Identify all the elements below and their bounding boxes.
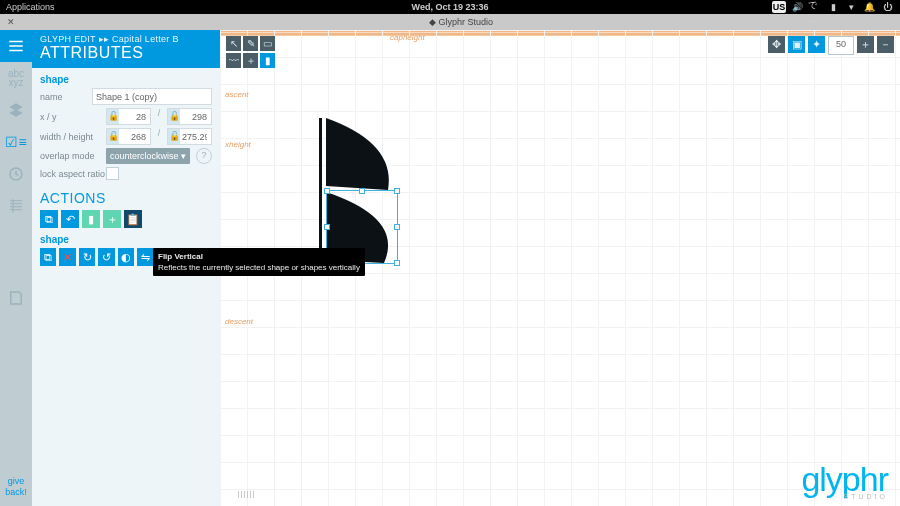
add-path-button[interactable]: ＋ xyxy=(103,210,121,228)
give-back-link[interactable]: give back! xyxy=(0,476,32,498)
layers-icon xyxy=(7,101,25,119)
lock-x-icon[interactable]: 🔓 xyxy=(107,109,119,124)
lock-h-icon[interactable]: 🔓 xyxy=(168,129,180,144)
hamburger-icon xyxy=(7,37,25,55)
tooltip: Flip Vertical Reflects the currently sel… xyxy=(153,248,365,276)
give-back-l2: back! xyxy=(5,487,27,497)
window-title: ◆ Glyphr Studio xyxy=(22,17,900,27)
crumb-section: GLYPH EDIT xyxy=(40,34,96,44)
layers-button[interactable] xyxy=(0,94,32,126)
lock-w-icon[interactable]: 🔓 xyxy=(107,129,119,144)
capheight-label: capheight xyxy=(390,33,425,42)
close-tab-icon[interactable]: ✕ xyxy=(0,17,22,27)
overlap-label: overlap mode xyxy=(40,151,106,161)
width-input[interactable] xyxy=(119,129,150,144)
delete-shape-button[interactable]: ✕ xyxy=(59,248,75,266)
wh-label: width / height xyxy=(40,132,106,142)
canvas-tools-right: ✥ ▣ ✦ 50 ＋ － xyxy=(768,36,894,55)
tooltip-body: Reflects the currently selected shape or… xyxy=(158,262,360,273)
zoom-value[interactable]: 50 xyxy=(828,36,854,55)
zoom-in-button[interactable]: ＋ xyxy=(857,36,874,53)
canvas-tools-left: ↖ ✎ ▭ 〰 ＋ ▮ xyxy=(226,36,275,68)
add-point-tool[interactable]: ＋ xyxy=(243,53,258,68)
glyphr-logo: glyphr STUDIO xyxy=(801,460,888,500)
path-tool[interactable]: 〰 xyxy=(226,53,241,68)
xy-slash: / xyxy=(155,108,163,125)
descent-label: descent xyxy=(225,317,253,326)
menu-button[interactable] xyxy=(0,30,32,62)
actions-heading: ACTIONS xyxy=(40,190,212,206)
zoom-out-button[interactable]: － xyxy=(877,36,894,53)
flip-horizontal-button[interactable]: ◐ xyxy=(118,248,134,266)
shape-tool[interactable]: ▭ xyxy=(260,36,275,51)
glyphs-button[interactable]: abcxyz xyxy=(0,62,32,94)
xheight-label: xheight xyxy=(225,140,251,149)
wh-slash: / xyxy=(155,128,163,145)
guides-icon xyxy=(7,197,25,215)
clock-icon xyxy=(7,165,25,183)
lock-aspect-checkbox[interactable] xyxy=(106,167,119,180)
ascent-label: ascent xyxy=(225,90,249,99)
os-clock: Wed, Oct 19 23:36 xyxy=(0,2,900,12)
section-shape-2: shape xyxy=(40,234,212,245)
xy-label: x / y xyxy=(40,112,106,122)
crumb-glyph[interactable]: Capital Letter B xyxy=(112,34,179,44)
x-input[interactable] xyxy=(119,109,150,124)
overlap-info-icon[interactable]: ? xyxy=(196,148,212,164)
arrow-tool[interactable]: ↖ xyxy=(226,36,241,51)
tooltip-title: Flip Vertical xyxy=(158,251,360,262)
panel-title: ATTRIBUTES xyxy=(40,44,212,62)
checklist-button[interactable]: ☑≡ xyxy=(0,126,32,158)
fit-view-button[interactable]: ▣ xyxy=(788,36,805,53)
lock-y-icon[interactable]: 🔓 xyxy=(168,109,180,124)
crumb-sep: ▸▸ xyxy=(99,34,112,44)
pan-tool[interactable]: ✥ xyxy=(768,36,785,53)
give-back-l1: give xyxy=(8,476,25,486)
lock-aspect-label: lock aspect ratio xyxy=(40,169,106,179)
name-label: name xyxy=(40,92,92,102)
save-button[interactable] xyxy=(0,282,32,314)
add-shape-button[interactable]: ▮ xyxy=(82,210,100,228)
height-input[interactable] xyxy=(180,129,211,144)
undo-button[interactable]: ↶ xyxy=(61,210,79,228)
copy-button[interactable]: ⧉ xyxy=(40,210,58,228)
pen-tool[interactable]: ✎ xyxy=(243,36,258,51)
y-input[interactable] xyxy=(180,109,211,124)
duplicate-shape-button[interactable]: ⧉ xyxy=(40,248,56,266)
rotate-cw-button[interactable]: ↻ xyxy=(79,248,95,266)
save-icon xyxy=(7,289,25,307)
paste-button[interactable]: 📋 xyxy=(124,210,142,228)
history-button[interactable] xyxy=(0,158,32,190)
shape-name-input[interactable] xyxy=(92,88,212,105)
mirror-button[interactable]: ⇋ xyxy=(137,248,153,266)
guides-button[interactable] xyxy=(0,190,32,222)
rotate-ccw-button[interactable]: ↺ xyxy=(98,248,114,266)
breadcrumb: GLYPH EDIT ▸▸ Capital Letter B xyxy=(40,34,212,44)
snap-toggle[interactable]: ✦ xyxy=(808,36,825,53)
panel-resize-handle[interactable] xyxy=(238,491,254,498)
overlap-mode-select[interactable]: counterclockwise ▾ xyxy=(106,148,190,164)
pointer-tool[interactable]: ▮ xyxy=(260,53,275,68)
section-shape: shape xyxy=(40,74,212,85)
